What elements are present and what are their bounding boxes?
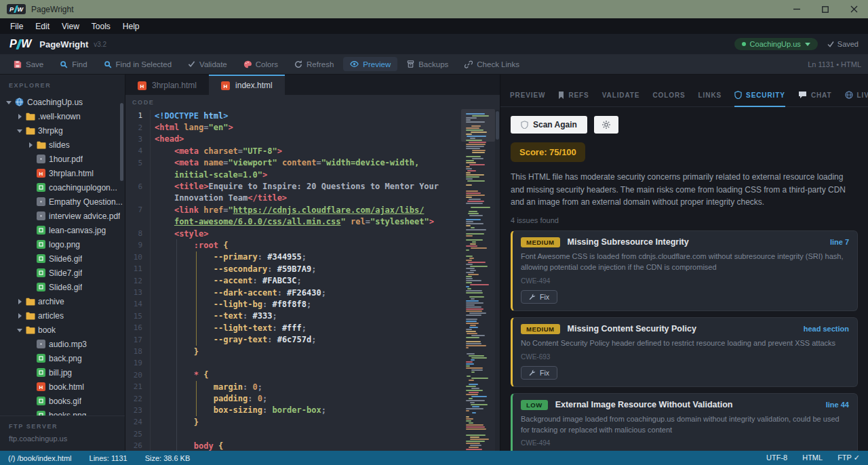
- panel-tab-preview[interactable]: PREVIEW: [510, 92, 545, 107]
- tree-item-label: slides: [49, 140, 70, 150]
- tree-item-label: Slide7.gif: [49, 268, 82, 278]
- panel-tab-chat[interactable]: CHAT: [798, 91, 832, 107]
- issue-cwe: CWE-494: [521, 439, 849, 447]
- issue-card: LOWExternal Image Resource Without Valid…: [511, 393, 858, 451]
- refresh-icon: [294, 60, 302, 68]
- tree-item-back-png[interactable]: back.png: [0, 351, 125, 365]
- code-text: font-awesome/6.0.0/css/all.min.css" rel=…: [150, 216, 434, 228]
- tree-item-label: articles: [38, 311, 64, 321]
- tree-item-interview-advice-pdf[interactable]: interview advice.pdf: [0, 209, 125, 223]
- minimize-button[interactable]: [783, 0, 811, 18]
- editor: H3hrplan.htmlHindex.html CODE 1<!DOCTYPE…: [125, 75, 500, 451]
- editor-tab-index-html[interactable]: Hindex.html: [209, 75, 285, 95]
- toolbar-button-preview[interactable]: Preview: [343, 57, 397, 71]
- toolbar-button-refresh[interactable]: Refresh: [288, 58, 340, 71]
- line-number: 15: [125, 312, 150, 321]
- tree-item-slide8-gif[interactable]: Slide8.gif: [0, 280, 125, 294]
- refs-icon: [558, 92, 564, 99]
- scan-again-button[interactable]: Scan Again: [511, 116, 587, 134]
- panel-tab-security[interactable]: SECURITY: [734, 91, 785, 107]
- code-text: :root {: [150, 239, 228, 251]
- tree-item-coachinguplogon[interactable]: coachinguplogon...: [0, 180, 125, 195]
- code-text: --light-text: #fff;: [150, 322, 307, 333]
- editor-scrollbar[interactable]: [495, 110, 500, 451]
- panel-tab-live[interactable]: LIVE: [845, 91, 868, 107]
- line-number: 5: [125, 159, 150, 167]
- tree-item-articles[interactable]: articles: [0, 308, 125, 323]
- file-image-icon: [37, 268, 49, 277]
- maximize-button[interactable]: [811, 0, 840, 18]
- tree-item-book[interactable]: book: [0, 323, 125, 337]
- issue-card-header: MEDIUMMissing Content Security Policyhea…: [521, 324, 849, 334]
- panel-tab-links[interactable]: LINKS: [698, 92, 722, 107]
- tree-item-logo-png[interactable]: logo.png: [0, 237, 125, 251]
- chevron-right-icon: [15, 114, 24, 119]
- app-logo-badge: P W: [7, 4, 26, 14]
- tree-item-book-html[interactable]: Hbook.html: [0, 380, 125, 394]
- tree-item-3hrplan-html[interactable]: H3hrplan.html: [0, 166, 125, 180]
- menu-view[interactable]: View: [56, 20, 85, 33]
- minimap[interactable]: [465, 111, 492, 448]
- menu-file[interactable]: File: [4, 20, 29, 33]
- editor-scrollbar-thumb[interactable]: [496, 111, 499, 140]
- tree-item-slide6-gif[interactable]: Slide6.gif: [0, 251, 125, 266]
- app-name: PageWright: [39, 39, 88, 49]
- code-line: 3<head>: [125, 134, 466, 145]
- editor-tab-3hrplan-html[interactable]: H3hrplan.html: [125, 75, 209, 95]
- line-number: 20: [125, 371, 150, 380]
- panel-tab-refs[interactable]: REFS: [558, 92, 589, 107]
- menu-tools[interactable]: Tools: [85, 20, 117, 33]
- code-lines[interactable]: 1<!DOCTYPE html>2<html lang="en">3<head>…: [125, 110, 466, 451]
- code-text: --secondary: #59B7A9;: [150, 263, 316, 275]
- toolbar-button-label: Colors: [256, 60, 278, 68]
- logo-letter-p: P: [9, 6, 14, 13]
- tree-item-well-known[interactable]: .well-known: [0, 109, 125, 123]
- close-button[interactable]: [840, 0, 868, 18]
- tree-item-slide7-gif[interactable]: Slide7.gif: [0, 266, 125, 280]
- folder-icon: [26, 127, 38, 135]
- tree-item-3hrpkg[interactable]: 3hrpkg: [0, 123, 125, 138]
- minimap-viewport[interactable]: [461, 109, 495, 142]
- site-selector[interactable]: CoachingUp.us: [734, 38, 818, 50]
- fix-button[interactable]: Fix: [521, 366, 557, 380]
- file-tree: CoachingUp.us.well-known3hrpkgslides1hou…: [0, 95, 125, 416]
- code-line: initial-scale=1.0">: [125, 169, 466, 180]
- panel-tab-colors[interactable]: COLORS: [652, 92, 685, 107]
- menu-help[interactable]: Help: [117, 20, 146, 33]
- toolbar-button-find-in-selected[interactable]: Find in Selected: [97, 58, 178, 71]
- tree-item-archive[interactable]: archive: [0, 294, 125, 308]
- tree-item-1hour-pdf[interactable]: 1hour.pdf: [0, 152, 125, 166]
- svg-text:H: H: [39, 384, 43, 390]
- ftp-host[interactable]: ftp.coachingup.us: [9, 434, 116, 443]
- code-line: 6 <title>Enquire to Inspire: 20 Question…: [125, 180, 466, 192]
- tree-item-audio-mp3[interactable]: audio.mp3: [0, 337, 125, 351]
- tree-item-books-png[interactable]: books.png: [0, 408, 125, 416]
- status-item-html: HTML: [802, 453, 823, 462]
- toolbar-button-backups[interactable]: Backups: [400, 58, 455, 71]
- tree-item-lean-canvas-jpg[interactable]: lean-canvas.jpg: [0, 223, 125, 237]
- toolbar-button-find[interactable]: Find: [53, 58, 94, 71]
- toolbar-button-check-links[interactable]: Check Links: [458, 58, 526, 71]
- close-icon: [850, 5, 858, 13]
- fix-button[interactable]: Fix: [521, 290, 557, 304]
- tree-item-empathy-question[interactable]: Empathy Question...: [0, 195, 125, 209]
- panel-tab-validate[interactable]: VALIDATE: [602, 92, 640, 107]
- tree-item-coachingup-us[interactable]: CoachingUp.us: [0, 95, 125, 109]
- tree-item-books-gif[interactable]: books.gif: [0, 394, 125, 408]
- tree-item-slides[interactable]: slides: [0, 138, 125, 152]
- toolbar-button-colors[interactable]: Colors: [237, 58, 285, 71]
- code-line: 4 <meta charset="UTF-8">: [125, 145, 466, 157]
- tree-item-bill-jpg[interactable]: bill.jpg: [0, 365, 125, 380]
- sidebar-scrollbar[interactable]: [120, 103, 123, 181]
- save-icon: [14, 60, 22, 68]
- scan-settings-button[interactable]: [594, 116, 618, 134]
- shield-icon: [521, 121, 528, 129]
- file-generic-icon: [37, 197, 49, 206]
- toolbar-button-validate[interactable]: Validate: [181, 58, 234, 71]
- line-number: 7: [125, 205, 150, 214]
- line-number: 3: [125, 135, 150, 144]
- menu-edit[interactable]: Edit: [29, 20, 56, 33]
- toolbar-button-save[interactable]: Save: [7, 58, 50, 71]
- explorer-title: EXPLORER: [0, 75, 125, 95]
- chevron-down-icon: [805, 43, 810, 46]
